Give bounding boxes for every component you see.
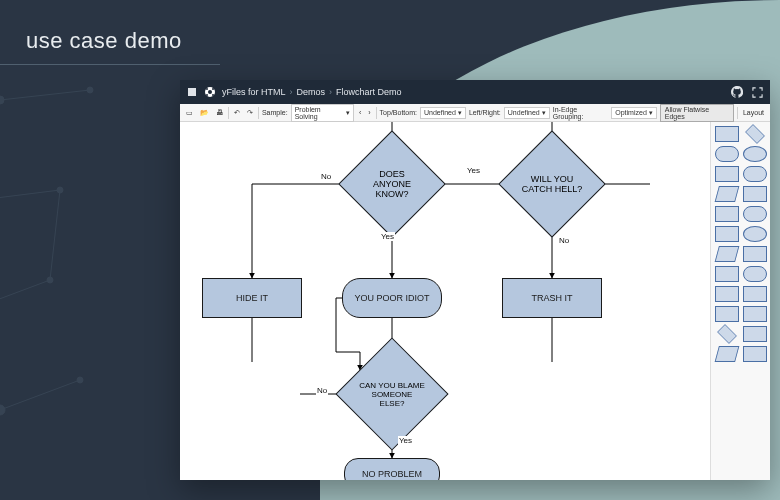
app-window: yFiles for HTML › Demos › Flowchart Demo… — [180, 80, 770, 480]
svg-line-9 — [0, 90, 90, 100]
leftright-label: Left/Right: — [469, 109, 501, 116]
topbottom-label: Top/Bottom: — [380, 109, 417, 116]
palette-shape-annotation[interactable] — [743, 346, 767, 362]
svg-line-17 — [50, 190, 60, 280]
svg-point-23 — [206, 94, 208, 96]
page-title: use case demo — [26, 28, 182, 54]
topbottom-dropdown[interactable]: Undefined ▾ — [420, 107, 466, 119]
crumb-product[interactable]: yFiles for HTML — [222, 87, 286, 97]
menu-icon[interactable] — [186, 86, 198, 98]
chevron-right-icon: › — [290, 87, 293, 97]
toolbar: ▭ 📂 🖶 ↶ ↷ Sample: Problem Solving ▾ ‹ › … — [180, 104, 770, 122]
node-label: WILL YOU CATCH HELL? — [514, 146, 590, 222]
open-icon[interactable]: 📂 — [198, 108, 211, 118]
topbottom-value: Undefined — [424, 109, 456, 116]
node-label: CAN YOU BLAME SOMEONE ELSE? — [352, 354, 432, 434]
palette-shape-delay[interactable] — [743, 266, 767, 282]
palette-shape-connector[interactable] — [743, 146, 767, 162]
svg-point-21 — [206, 88, 208, 90]
node-hide-it[interactable]: HIDE IT — [202, 278, 302, 318]
node-no-problem[interactable]: NO PROBLEM — [344, 458, 440, 480]
palette-shape-card[interactable] — [715, 226, 739, 242]
node-label: DOES ANYONE KNOW? — [354, 146, 430, 222]
breadcrumb: yFiles for HTML › Demos › Flowchart Demo — [222, 87, 402, 97]
app-header: yFiles for HTML › Demos › Flowchart Demo — [180, 80, 770, 104]
flatwise-toggle[interactable]: Allow Flatwise Edges — [660, 104, 734, 122]
chevron-down-icon: ▾ — [649, 109, 653, 117]
palette-shape-display[interactable] — [743, 166, 767, 182]
svg-point-20 — [208, 90, 212, 94]
edge-label-yes: Yes — [380, 232, 395, 241]
palette-shape-or[interactable] — [717, 324, 737, 344]
chevron-down-icon: ▾ — [542, 109, 546, 117]
undo-icon[interactable]: ↶ — [232, 108, 242, 118]
node-label: TRASH IT — [531, 293, 572, 303]
next-icon[interactable]: › — [366, 108, 372, 117]
node-trash-it[interactable]: TRASH IT — [502, 278, 602, 318]
logo-icon — [204, 86, 216, 98]
prev-icon[interactable]: ‹ — [357, 108, 363, 117]
crumb-current: Flowchart Demo — [336, 87, 402, 97]
svg-rect-18 — [188, 88, 196, 96]
edge-label-no: No — [320, 172, 332, 181]
palette-shape-io[interactable] — [715, 186, 740, 202]
palette-shape-process[interactable] — [715, 126, 739, 142]
edge-label-no: No — [316, 386, 328, 395]
edge-label-yes: Yes — [398, 436, 413, 445]
node-blame[interactable]: CAN YOU BLAME SOMEONE ELSE? — [352, 354, 432, 434]
node-label: YOU POOR IDIOT — [354, 293, 429, 303]
palette-shape-storage[interactable] — [715, 286, 739, 302]
leftright-value: Undefined — [508, 109, 540, 116]
palette-shape-start[interactable] — [715, 146, 739, 162]
palette-shape-manual[interactable] — [715, 246, 740, 262]
svg-line-13 — [0, 280, 50, 310]
fullscreen-icon[interactable] — [750, 85, 764, 99]
palette-shape-extract[interactable] — [743, 286, 767, 302]
node-label: HIDE IT — [236, 293, 268, 303]
palette-shape-predefined[interactable] — [743, 186, 767, 202]
palette-shape-offpage[interactable] — [743, 326, 767, 342]
sample-label: Sample: — [262, 109, 288, 116]
svg-point-24 — [212, 94, 214, 96]
palette-shape-manual-input[interactable] — [715, 346, 740, 362]
workspace: DOES ANYONE KNOW? WILL YOU CATCH HELL? H… — [180, 122, 770, 480]
node-poor-idiot[interactable]: YOU POOR IDIOT — [342, 278, 442, 318]
palette-shape-loop[interactable] — [715, 266, 739, 282]
palette-shape-decision[interactable] — [745, 124, 765, 144]
palette-shape-document[interactable] — [715, 206, 739, 222]
title-underline — [0, 64, 220, 65]
chevron-down-icon: ▾ — [458, 109, 462, 117]
svg-point-22 — [212, 88, 214, 90]
node-does-anyone-know[interactable]: DOES ANYONE KNOW? — [354, 146, 430, 222]
sample-dropdown[interactable]: Problem Solving ▾ — [291, 104, 354, 122]
canvas[interactable]: DOES ANYONE KNOW? WILL YOU CATCH HELL? H… — [180, 122, 710, 480]
edge-label-no: No — [558, 236, 570, 245]
inedge-label: In-Edge Grouping: — [553, 106, 609, 120]
palette-shape-sum[interactable] — [743, 226, 767, 242]
github-icon[interactable] — [730, 85, 744, 99]
new-icon[interactable]: ▭ — [184, 108, 195, 118]
leftright-dropdown[interactable]: Undefined ▾ — [504, 107, 550, 119]
sample-value: Problem Solving — [295, 106, 344, 120]
palette-shape-data[interactable] — [715, 166, 739, 182]
svg-line-15 — [0, 380, 80, 410]
node-label: NO PROBLEM — [362, 469, 422, 479]
chevron-right-icon: › — [329, 87, 332, 97]
chevron-down-icon: ▾ — [346, 109, 350, 117]
layout-button[interactable]: Layout — [741, 108, 766, 117]
print-icon[interactable]: 🖶 — [214, 108, 225, 117]
shape-palette — [710, 122, 770, 480]
palette-shape-terminator[interactable] — [743, 206, 767, 222]
node-catch-hell[interactable]: WILL YOU CATCH HELL? — [514, 146, 590, 222]
inedge-dropdown[interactable]: Optimized ▾ — [611, 107, 657, 119]
svg-line-11 — [0, 190, 60, 200]
palette-shape-merge[interactable] — [715, 306, 739, 322]
palette-shape-tape[interactable] — [743, 246, 767, 262]
inedge-value: Optimized — [615, 109, 647, 116]
crumb-demos[interactable]: Demos — [297, 87, 326, 97]
edge-label-yes: Yes — [466, 166, 481, 175]
palette-shape-sort[interactable] — [743, 306, 767, 322]
redo-icon[interactable]: ↷ — [245, 108, 255, 118]
